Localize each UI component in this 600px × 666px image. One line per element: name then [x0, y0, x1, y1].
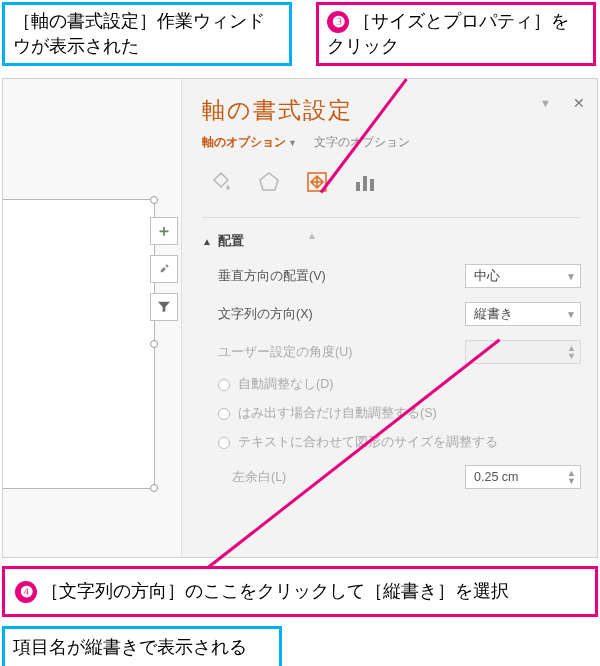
callout-result-text: 項目名が縦書きで表示される: [13, 637, 247, 657]
row-custom-angle: ユーザー設定の角度(U) ▲▼: [202, 340, 581, 364]
brush-icon: [156, 261, 172, 277]
fill-line-tab[interactable]: [208, 169, 234, 195]
close-pane-button[interactable]: ✕: [573, 95, 585, 111]
radio-shrink-overflow: はみ出す場合だけ自動調整する(S): [202, 405, 581, 422]
bar-chart-icon: [353, 170, 377, 194]
radio-icon: [218, 408, 230, 420]
collapse-caret-icon: ▲: [202, 236, 212, 247]
svg-rect-3: [370, 179, 374, 191]
section-alignment[interactable]: ▲配置: [202, 232, 581, 250]
step-number-3: ❸: [327, 11, 349, 33]
row-vertical-align: 垂直方向の配置(V) 中心 ▼: [202, 264, 581, 288]
valign-combo[interactable]: 中心 ▼: [465, 264, 581, 288]
axis-options-tab[interactable]: [352, 169, 378, 195]
pentagon-icon: [257, 170, 281, 194]
margin-left-field[interactable]: 0.25 cm ▲▼: [465, 465, 581, 489]
custom-angle-label: ユーザー設定の角度(U): [202, 344, 465, 361]
resize-handle[interactable]: [150, 484, 158, 492]
plus-icon: ＋: [156, 221, 172, 242]
step-number-4: ❹: [15, 581, 37, 603]
row-text-direction: 文字列の方向(X) 縦書き ▼: [202, 302, 581, 326]
chevron-down-icon: ▼: [566, 309, 576, 320]
callout-text: ［軸の書式設定］作業ウィンドウが表示された: [13, 11, 265, 56]
format-axis-pane: 軸の書式設定 ▼ ✕ 軸のオプション▼ 文字のオプション ▲: [181, 79, 597, 557]
radio-no-autofit: 自動調整なし(D): [202, 376, 581, 393]
row-margin-left: 左余白(L) 0.25 cm ▲▼: [202, 465, 581, 489]
radio-icon: [218, 437, 230, 449]
callout-displayed: ［軸の書式設定］作業ウィンドウが表示された: [2, 2, 292, 66]
app-window: スマートフォンに替えたい ＋ 軸の書式設定 ▼ ✕ 軸のオプション▼ 文字のオプ…: [2, 78, 598, 558]
paint-bucket-icon: [209, 170, 233, 194]
text-direction-label: 文字列の方向(X): [202, 306, 465, 323]
valign-label: 垂直方向の配置(V): [202, 268, 465, 285]
effects-tab[interactable]: [256, 169, 282, 195]
radio-icon: [218, 379, 230, 391]
svg-rect-1: [356, 182, 360, 191]
chevron-down-icon: ▼: [288, 138, 297, 148]
spinner-icon: ▲▼: [567, 469, 576, 485]
callout-step4: ❹［文字列の方向］のここをクリックして［縦書き］を選択: [2, 566, 598, 617]
pane-category-icons: [202, 169, 581, 195]
resize-handle[interactable]: [150, 340, 158, 348]
chevron-down-icon: ▼: [566, 271, 576, 282]
resize-handle[interactable]: [150, 196, 158, 204]
tab-axis-options[interactable]: 軸のオプション▼: [202, 135, 300, 149]
radio-resize-shape: テキストに合わせて図形のサイズを調整する: [202, 434, 581, 451]
pane-options-menu[interactable]: ▼: [540, 97, 551, 109]
funnel-icon: [156, 299, 172, 315]
option-tabs: 軸のオプション▼ 文字のオプション: [202, 134, 581, 151]
callout-step3-text: ［サイズとプロパティ］をクリック: [327, 11, 569, 56]
selected-tab-indicator: ▲: [307, 230, 317, 241]
chart-object[interactable]: スマートフォンに替えたい: [2, 199, 155, 489]
divider: [202, 217, 581, 218]
chart-filter-button[interactable]: [150, 293, 178, 321]
callout-step4-text: ［文字列の方向］のここをクリックして［縦書き］を選択: [41, 581, 509, 601]
svg-rect-2: [363, 176, 367, 191]
chart-plus-button[interactable]: ＋: [150, 217, 178, 245]
spinner-icon: ▲▼: [567, 344, 576, 360]
chart-styles-button[interactable]: [150, 255, 178, 283]
text-direction-combo[interactable]: 縦書き ▼: [465, 302, 581, 326]
callout-result: 項目名が縦書きで表示される: [2, 626, 282, 666]
callout-step3: ❸［サイズとプロパティ］をクリック: [316, 2, 596, 66]
chart-canvas: スマートフォンに替えたい ＋: [3, 79, 181, 557]
